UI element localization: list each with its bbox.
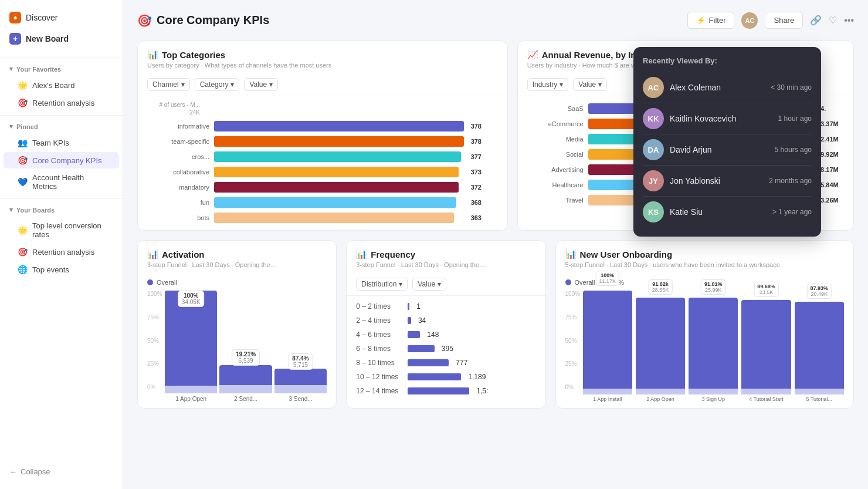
sidebar: ● Discover + New Board ▾ Your Favorites … (0, 0, 123, 489)
rv-time: > 1 year ago (772, 208, 812, 216)
ar-bar-label: Media (537, 136, 584, 143)
freq-bar (408, 331, 420, 338)
sidebar-item-core-company-kpis[interactable]: 🎯 Core Company KPIs (4, 152, 119, 168)
industry-filter[interactable]: Industry ▾ (527, 78, 569, 91)
your-boards-section-header[interactable]: ▾ Your Boards (0, 203, 123, 217)
tc-bar-value: 378 (471, 123, 489, 130)
channel-filter[interactable]: Channel ▾ (147, 78, 190, 91)
top-categories-chart: # of users - M... 24K informative 378 te… (138, 96, 507, 230)
activation-header: 📊 Activation 3-step Funnel · Last 30 Day… (138, 241, 336, 273)
legend-dot (147, 279, 153, 285)
channel-chevron: ▾ (181, 80, 185, 89)
ob-bar (636, 298, 685, 389)
rv-avatar: KK (643, 108, 664, 129)
frequency-rows: 0 – 2 times 1 2 – 4 times 34 4 – 6 times… (347, 296, 545, 402)
ob-bar-group: 91.01% 25.99K 3 Sign Up (689, 291, 738, 402)
top-categories-subtitle: Users by category · What types of channe… (147, 62, 498, 69)
retention-fav-emoji: 🎯 (18, 98, 28, 107)
sidebar-item-team-kpis[interactable]: 👥 Team KPIs (4, 134, 119, 151)
tc-bar-label: informative (157, 123, 209, 130)
freq-bar (408, 387, 469, 394)
rv-name: Katie Siu (670, 207, 703, 217)
freq-value: 777 (456, 359, 467, 367)
tc-bar (214, 213, 454, 223)
rv-time: 2 months ago (769, 177, 812, 185)
sidebar-item-alexs-board[interactable]: 🌟 Alex's Board (4, 77, 119, 93)
share-button[interactable]: Share (765, 12, 803, 29)
onboarding-y-labels: 100% 75% 50% 25% 0% (565, 291, 581, 390)
tc-bar-label: team-specific (157, 138, 209, 145)
sidebar-item-top-level-conversion[interactable]: 🌟 Top level conversion rates (4, 218, 119, 242)
freq-value: 1,5: (476, 387, 488, 395)
rv-avatar: JY (643, 170, 664, 191)
link-icon[interactable]: 🔗 (810, 15, 822, 26)
sidebar-item-top-events[interactable]: 🌐 Top events (4, 261, 119, 278)
freq-label: 10 – 12 times (356, 373, 403, 381)
tc-bar-row: collaborative 373 (147, 164, 498, 180)
freq-label: 6 – 8 times (356, 345, 403, 353)
heart-icon[interactable]: ♡ (829, 15, 837, 26)
distribution-filter[interactable]: Distribution ▾ (356, 278, 408, 291)
freq-row: 4 – 6 times 148 (347, 328, 545, 342)
ob-bar (689, 298, 738, 389)
tc-bar-container (214, 213, 464, 223)
ob-bar-group: 91.62k 28.55K 2 App Open (636, 291, 685, 402)
activation-legend: Overall (147, 279, 327, 286)
freq-row: 6 – 8 times 395 (347, 342, 545, 356)
frequency-filters: Distribution ▾ Value ▾ (347, 273, 545, 296)
top-categories-header: 📊 Top Categories Users by category · Wha… (138, 41, 507, 73)
rv-avatar: AC (643, 77, 664, 98)
new-board-button[interactable]: + New Board (0, 28, 123, 49)
alexs-board-emoji: 🌟 (18, 80, 28, 90)
tc-bar-label: fun (157, 199, 209, 206)
value-filter[interactable]: Value ▾ (244, 78, 278, 91)
tc-bar (214, 136, 464, 147)
frequency-title: 📊 Frequency (356, 249, 535, 259)
rv-time: 1 hour ago (778, 114, 812, 123)
page-title: 🎯 Core Company KPIs (137, 14, 269, 28)
discover-label: Discover (26, 13, 57, 22)
sidebar-item-account-health[interactable]: 💙 Account Health Metrics (4, 170, 119, 194)
activation-card: 📊 Activation 3-step Funnel · Last 30 Day… (137, 240, 337, 409)
activation-bar-2: 19.21% 6,539 2 Send... (219, 291, 272, 402)
sidebar-discover[interactable]: ● Discover (0, 7, 123, 28)
sidebar-item-retention-analysis-fav[interactable]: 🎯 Retention analysis (4, 95, 119, 111)
rv-user: JY Jon Yablonski (643, 170, 720, 191)
freq-row: 0 – 2 times 1 (347, 299, 545, 313)
ob-bar-light (741, 389, 791, 394)
ob-bar-light (636, 389, 685, 394)
recently-viewed-title: Recently Viewed By: (643, 56, 812, 65)
frequency-value-filter[interactable]: Value ▾ (412, 278, 446, 291)
tc-bar-value: 363 (471, 214, 489, 221)
top-categories-title: 📊 Top Categories (147, 49, 498, 60)
more-icon[interactable]: ••• (844, 15, 854, 26)
filter-button[interactable]: ⚡ Filter (687, 12, 735, 29)
rv-user: AC Alex Coleman (643, 77, 721, 98)
tc-bar-row: cros... 377 (147, 149, 498, 164)
frequency-subtitle: 3-step Funnel · Last 30 Days · Opening t… (356, 261, 535, 268)
bar3-tooltip: 87.4% 5,715 (288, 353, 313, 370)
pinned-chevron-icon: ▾ (9, 123, 13, 130)
freq-value: 395 (442, 345, 453, 353)
bar1-tooltip: 100% 34.05K (178, 291, 205, 307)
freq-label: 4 – 6 times (356, 331, 403, 339)
top-categories-bars: informative 378 team-specific 378 cros..… (147, 119, 498, 225)
pinned-section-header[interactable]: ▾ Pinned (0, 119, 123, 134)
tc-bar-container (214, 136, 464, 147)
category-filter[interactable]: Category ▾ (195, 78, 240, 91)
your-boards-chevron-icon: ▾ (9, 206, 13, 214)
revenue-value-chevron: ▾ (598, 80, 602, 89)
rv-user: KS Katie Siu (643, 201, 703, 222)
revenue-value-filter[interactable]: Value ▾ (573, 78, 607, 91)
collapse-button[interactable]: ← Collapse (0, 461, 123, 482)
sidebar-item-retention-analysis[interactable]: 🎯 Retention analysis (4, 244, 119, 260)
tc-bar-label: mandatory (157, 184, 209, 191)
tc-bar-label: collaborative (157, 168, 209, 176)
user-avatar: AC (741, 12, 758, 29)
activation-bar-1: 100% 34.05K 1 App Open (165, 291, 217, 402)
chevron-down-icon: ▾ (9, 65, 13, 73)
favorites-section-header[interactable]: ▾ Your Favorites (0, 62, 123, 76)
activation-subtitle: 3-step Funnel · Last 30 Days · Opening t… (147, 261, 327, 268)
bar2-light (219, 385, 272, 393)
ar-bar-label: Social (537, 151, 584, 158)
